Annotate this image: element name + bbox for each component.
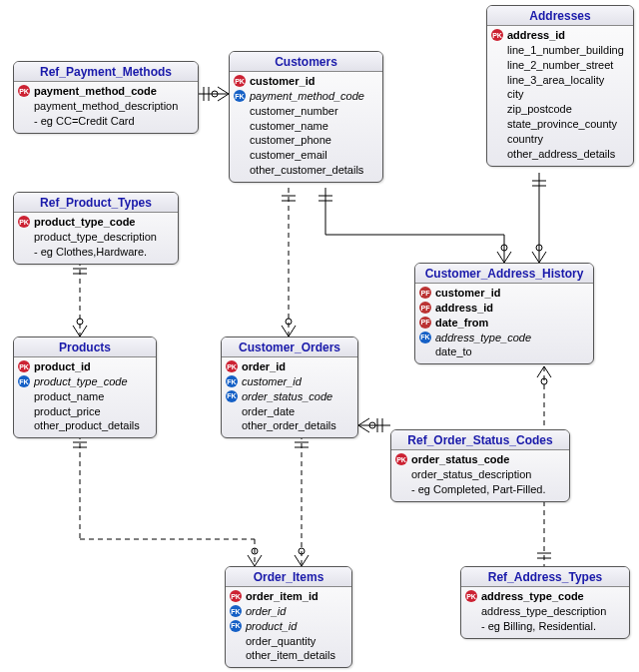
attr-row: country	[491, 132, 629, 147]
pk-key-icon: PK	[226, 360, 238, 372]
attr-row: date_to	[419, 344, 589, 359]
entity-order_items: Order_ItemsPKorder_item_idFKorder_idFKpr…	[225, 566, 352, 668]
attr-row: customer_number	[234, 104, 378, 119]
entity-title: Ref_Product_Types	[14, 193, 178, 213]
entity-addresses: AddressesPKaddress_idline_1_number_build…	[486, 5, 634, 167]
attrs: PKpayment_method_codepayment_method_desc…	[14, 82, 198, 133]
entity-title: Order_Items	[226, 567, 351, 587]
fk-key-icon: FK	[419, 332, 431, 343]
attr-name: city	[507, 87, 524, 102]
attr-row: FKorder_id	[230, 604, 347, 619]
attr-name: payment_method_code	[250, 89, 364, 104]
fk-key-icon: FK	[230, 620, 242, 632]
attr-name: product_id	[34, 359, 91, 374]
attr-name: order_item_id	[246, 589, 319, 604]
pf-key-icon: PF	[419, 287, 431, 299]
attr-name: payment_method_description	[34, 99, 178, 114]
entity-ref_order_status_codes: Ref_Order_Status_CodesPKorder_status_cod…	[390, 429, 570, 502]
attr-name: address_type_description	[481, 604, 606, 619]
entity-title: Ref_Payment_Methods	[14, 62, 198, 82]
attr-name: other_address_details	[507, 147, 615, 162]
attr-name: product_type_code	[34, 374, 128, 389]
attr-name: address_id	[507, 28, 565, 43]
attr-row: FKcustomer_id	[226, 374, 353, 389]
attr-name: customer_id	[242, 374, 302, 389]
entity-ref_payment_methods: Ref_Payment_MethodsPKpayment_method_code…	[13, 61, 199, 134]
attr-row: PKproduct_type_code	[18, 215, 174, 230]
svg-point-51	[369, 422, 375, 428]
entity-products: ProductsPKproduct_idFKproduct_type_codep…	[13, 336, 157, 438]
attrs: PFcustomer_idPFaddress_idPFdate_fromFKad…	[415, 284, 593, 363]
svg-line-50	[358, 425, 369, 432]
pk-key-icon: PK	[491, 29, 503, 41]
attr-row: FKpayment_method_code	[234, 89, 378, 104]
attrs: PKcustomer_idFKpayment_method_codecustom…	[230, 72, 382, 182]
svg-point-5	[212, 91, 218, 97]
attr-row: other_item_details	[230, 648, 347, 663]
attr-row: zip_postcode	[491, 102, 629, 117]
attr-name: order_quantity	[246, 634, 316, 649]
fk-key-icon: FK	[226, 375, 238, 387]
attr-row: FKproduct_type_code	[18, 374, 152, 389]
attr-name: date_to	[435, 344, 472, 359]
svg-line-24	[539, 252, 546, 263]
pk-key-icon: PK	[18, 216, 30, 228]
attr-row: product_price	[18, 404, 152, 419]
svg-point-19	[501, 245, 507, 251]
entity-ref_product_types: Ref_Product_TypesPKproduct_type_codeprod…	[13, 192, 179, 265]
attr-name: - eg CC=Credit Card	[34, 114, 135, 129]
attr-name: customer_id	[435, 286, 500, 301]
attr-name: line_2_number_street	[507, 58, 613, 73]
svg-point-25	[536, 245, 542, 251]
attrs: PKorder_idFKcustomer_idFKorder_status_co…	[222, 357, 357, 437]
attr-row: product_name	[18, 389, 152, 404]
attr-row: line_3_area_locality	[491, 73, 629, 88]
svg-line-18	[504, 252, 511, 263]
fk-key-icon: FK	[226, 390, 238, 402]
attr-name: address_type_code	[481, 589, 584, 604]
fk-key-icon: FK	[234, 90, 246, 102]
pk-key-icon: PK	[230, 590, 242, 602]
attr-name: order_id	[242, 359, 286, 374]
pk-key-icon: PK	[18, 360, 30, 372]
attr-row: other_address_details	[491, 147, 629, 162]
attr-name: line_1_number_building	[507, 43, 624, 58]
pk-key-icon: PK	[234, 75, 246, 87]
svg-line-29	[73, 326, 80, 336]
attr-row: payment_method_description	[18, 99, 194, 114]
attr-row: PKaddress_id	[491, 28, 629, 43]
attr-name: customer_name	[250, 119, 328, 134]
attr-row: address_type_description	[465, 604, 625, 619]
attr-row: state_province_county	[491, 117, 629, 132]
attr-row: - eg Billing, Residential.	[465, 619, 625, 634]
svg-point-39	[252, 548, 258, 554]
svg-line-10	[289, 326, 296, 336]
attr-row: other_customer_details	[234, 163, 378, 178]
attr-row: PKcustomer_id	[234, 74, 378, 89]
attr-name: order_status_code	[411, 452, 509, 467]
attrs: PKproduct_idFKproduct_type_codeproduct_n…	[14, 357, 156, 437]
pk-key-icon: PK	[18, 85, 30, 97]
attrs: PKaddress_type_codeaddress_type_descript…	[461, 587, 629, 638]
attrs: PKproduct_type_codeproduct_type_descript…	[14, 213, 178, 264]
attr-name: - eg Clothes,Hardware.	[34, 245, 147, 260]
attr-name: line_3_area_locality	[507, 73, 604, 88]
pf-key-icon: PF	[419, 317, 431, 329]
svg-line-3	[218, 87, 229, 94]
attr-row: product_type_description	[18, 230, 174, 245]
entity-ref_address_types: Ref_Address_TypesPKaddress_type_codeaddr…	[460, 566, 630, 639]
attr-name: other_product_details	[34, 418, 140, 433]
entity-title: Customer_Address_History	[415, 264, 593, 284]
entity-title: Products	[14, 337, 156, 357]
svg-line-55	[537, 366, 544, 377]
entity-customer_orders: Customer_OrdersPKorder_idFKcustomer_idFK…	[221, 336, 358, 438]
attr-row: PFdate_from	[419, 316, 589, 331]
attr-row: - eg Clothes,Hardware.	[18, 245, 174, 260]
attr-name: product_price	[34, 404, 101, 419]
attr-row: customer_name	[234, 119, 378, 134]
attr-row: FKorder_status_code	[226, 389, 353, 404]
attr-name: product_name	[34, 389, 104, 404]
attr-name: order_status_code	[242, 389, 332, 404]
svg-line-49	[358, 418, 369, 425]
svg-line-4	[218, 94, 229, 101]
